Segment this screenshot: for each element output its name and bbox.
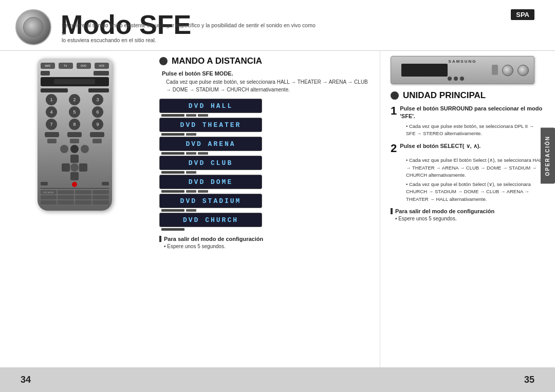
remote-info-btn[interactable] [102, 182, 109, 185]
logo-inner [23, 17, 44, 38]
remote-btn-tv[interactable]: TV [59, 63, 73, 69]
step-2: 2 Pulse el botón SELECT( ∨, ∧). Cada vez… [391, 142, 545, 203]
unidad-section-header: UNIDAD PRINCIPAL [391, 90, 545, 101]
remote-misc-btn2[interactable] [67, 132, 82, 137]
dvd-row-arena: DVD ARENA [159, 137, 372, 155]
receiver-slot [492, 65, 498, 75]
step-1: 1 Pulse el botón SURROUND para seleccion… [391, 105, 545, 137]
step2-title: Pulse el botón SELECT( ∨, ∧). [400, 142, 480, 150]
remote-row-misc2 [41, 139, 109, 143]
dvd-screen-arena: DVD ARENA [159, 137, 262, 151]
section-bullet-icon [159, 57, 168, 65]
remote-right-btn[interactable] [79, 163, 87, 172]
receiver-dot-2 [454, 77, 458, 81]
remote-sfe-btn[interactable]: SFE MODE [41, 190, 57, 194]
dvd-row-hall: DVD HALL [159, 99, 372, 117]
right-panel: SAMSUNG UNIDAD PRINCIPAL 1 [380, 51, 555, 386]
step2-number: 2 [391, 142, 397, 155]
remote-num-2[interactable]: 2 [69, 94, 80, 105]
remote-center-btn[interactable] [70, 163, 79, 172]
remote-num-4[interactable]: 4 [46, 106, 57, 118]
remote-mute-btn[interactable] [81, 145, 89, 153]
remote-btn-y2[interactable] [58, 195, 74, 199]
remote-btn-y4[interactable] [92, 195, 109, 199]
remote-down-btn[interactable] [70, 172, 79, 180]
spa-badge: SPA [511, 9, 534, 20]
dvd-screen-club: DVD CLUB [159, 156, 262, 170]
dvd-row-club: DVD CLUB [159, 156, 372, 174]
right-para-salir: Para salir del modo de configuración Esp… [391, 208, 545, 221]
left-para-salir: Para salir del modo de configuración Esp… [159, 236, 372, 249]
remote-misc-btn5[interactable] [70, 139, 79, 143]
right-para-salir-title: Para salir del modo de configuración [391, 208, 545, 214]
remote-screen [41, 77, 109, 86]
main-content: AMD TV DVD VCR 1 2 3 4 5 6 [0, 51, 555, 386]
remote-volume-btn[interactable] [60, 145, 68, 153]
mando-section-header: MANDO A DISTANCIA [159, 56, 372, 66]
step1-body: Cada vez que pulse este botón, se selecc… [391, 123, 545, 138]
remote-btn-z4[interactable] [92, 200, 109, 204]
remote-num-5[interactable]: 5 [69, 106, 80, 118]
remote-numpad: 1 2 3 4 5 6 7 8 9 [41, 94, 109, 130]
instruction-label: Pulse el botón SFE MODE. [162, 70, 372, 77]
remote-misc-btn1[interactable] [45, 132, 59, 137]
remote-misc-btn3[interactable] [90, 132, 104, 137]
right-para-salir-text: Espere unos 5 segundos. [391, 216, 545, 221]
remote-btn-z3[interactable] [75, 200, 91, 204]
step1-number: 1 [391, 105, 397, 117]
remote-num-9[interactable]: 9 [92, 119, 103, 130]
step2-header: 2 Pulse el botón SELECT( ∨, ∧). [391, 142, 545, 155]
remote-num-3[interactable]: 3 [92, 94, 103, 105]
remote-btn-vcr[interactable]: VCR [95, 63, 109, 69]
dvd-row-stadium: DVD STADIUM [159, 194, 372, 212]
step2-body: Cada vez que pulse El botón Select (∧), … [391, 157, 545, 203]
footer: 34 35 [0, 367, 555, 392]
instruction-text: Cada vez que pulse este botón, se selecc… [162, 78, 372, 94]
dvd-screen-church: DVD CHURCH [159, 213, 262, 227]
logo-circle [15, 9, 51, 45]
remote-btn-z1[interactable] [41, 200, 57, 204]
receiver-knob-1 [502, 65, 513, 76]
remote-btn-x2[interactable] [58, 190, 74, 194]
receiver-dot-3 [460, 77, 464, 81]
unidad-bullet-icon [391, 91, 399, 100]
unidad-title: UNIDAD PRINCIPAL [403, 90, 486, 101]
remote-num-7[interactable]: 7 [46, 119, 57, 130]
remote-btn-x4[interactable] [92, 190, 109, 194]
remote-btn-z2[interactable] [58, 200, 74, 204]
remote-red-btn[interactable] [72, 182, 77, 187]
page-header: Modo SFE Se refiere al sonido único exis… [0, 0, 555, 51]
remote-btn-dvd[interactable]: DVD [77, 63, 91, 69]
remote-up-btn[interactable] [70, 155, 79, 163]
remote-misc-btn6[interactable] [92, 139, 102, 143]
step1-header: 1 Pulse el botón SURROUND para seleccion… [391, 105, 545, 121]
remote-left-btn[interactable] [62, 163, 70, 172]
remote-btn-x3[interactable] [75, 190, 91, 194]
remote-btn-y3[interactable] [75, 195, 91, 199]
remote-top-buttons: AMD TV DVD VCR [41, 63, 109, 69]
receiver-knob-2 [517, 65, 529, 76]
step1-title: Pulse el botón SURROUND para seleccionar… [400, 105, 545, 121]
instruction-box: Pulse el botón SFE MODE. Cada vez que pu… [159, 70, 372, 94]
step1-text: Cada vez que pulse este botón, se selecc… [402, 123, 545, 138]
left-para-salir-title: Para salir del modo de configuración [159, 236, 372, 242]
remote-row-misc [41, 132, 109, 137]
remote-menu-btn[interactable] [41, 182, 48, 185]
remote-num-6[interactable]: 6 [92, 106, 103, 118]
dvd-row-dome: DVD DOME [159, 175, 372, 193]
remote-num-8[interactable]: 8 [69, 119, 80, 130]
operacion-tab: OPERACIÓN [541, 128, 555, 184]
dvd-displays: DVD HALL DVD THEATER [159, 99, 372, 231]
remote-num-1[interactable]: 1 [46, 94, 57, 105]
remote-btn-amd[interactable]: AMD [41, 63, 55, 69]
center-panel: MANDO A DISTANCIA Pulse el botón SFE MOD… [149, 51, 380, 386]
receiver-buttons-row [448, 77, 464, 81]
remote-btn-y1[interactable] [41, 195, 57, 199]
remote-control: AMD TV DVD VCR 1 2 3 4 5 6 [38, 59, 112, 211]
receiver-knobs [492, 65, 529, 76]
footer-left-num: 34 [21, 375, 31, 385]
dvd-row-theater: DVD THEATER [159, 118, 372, 136]
step2-text2: Cada vez que pulse el botón Select (∨), … [402, 181, 545, 203]
remote-misc-btn4[interactable] [47, 139, 57, 143]
left-para-salir-text: Espere unos 5 segundos. [159, 244, 372, 249]
